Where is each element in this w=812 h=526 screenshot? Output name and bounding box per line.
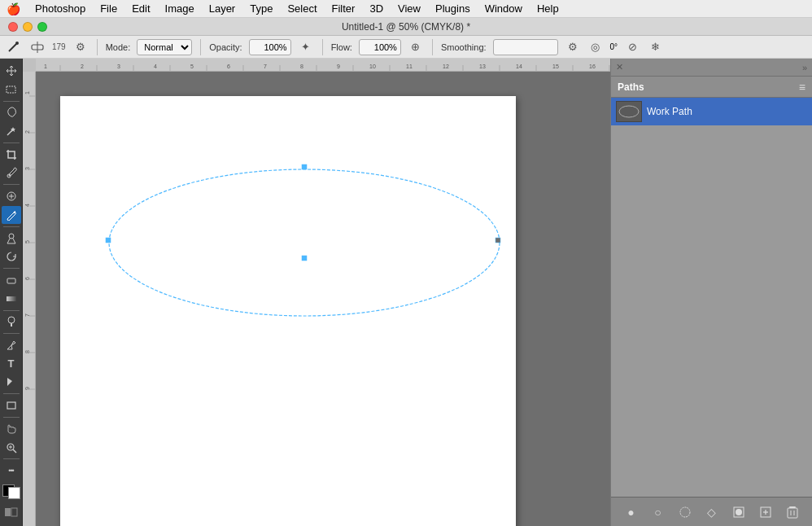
tool-healing[interactable] [2,187,21,205]
tool-history-brush[interactable] [2,248,21,265]
divider-2 [200,39,201,55]
menu-select[interactable]: Select [281,1,323,16]
path-svg [60,96,516,526]
airbrush-icon[interactable]: ✦ [298,39,314,55]
svg-text:10: 10 [369,64,376,69]
menu-type[interactable]: Type [243,1,279,16]
svg-rect-23 [11,508,17,516]
brush-tool-icon[interactable] [7,39,23,55]
maximize-button[interactable] [37,22,47,32]
svg-text:9: 9 [337,64,340,69]
flow-label: Flow: [331,42,352,52]
svg-text:13: 13 [479,64,486,69]
tool-hand[interactable] [2,420,21,438]
svg-text:7: 7 [264,64,267,69]
fill-path-button[interactable]: ● [622,502,641,522]
svg-text:7: 7 [24,313,30,317]
svg-rect-76 [302,256,307,261]
smoothing-settings-icon[interactable]: ⚙ [565,39,581,55]
brush-size-icon[interactable] [29,39,46,55]
title-bar: Untitled-1 @ 50% (CMYK/8) * [0,18,812,36]
svg-rect-4 [7,86,15,93]
paths-panel-collapse-button[interactable]: » [802,63,807,72]
apple-logo: 🍎 [7,2,20,15]
canvas [60,96,516,526]
tool-gradient[interactable] [2,290,21,308]
opacity-input[interactable] [249,39,291,55]
svg-rect-86 [788,508,797,518]
paths-panel: ✕ » Paths ≡ Work Path ● ○ [610,59,812,526]
window-title: Untitled-1 @ 50% (CMYK/8) * [342,21,470,33]
ruler-horizontal: 1 2 3 4 5 6 7 8 9 10 11 12 13 14 15 16 [36,59,610,72]
paths-panel-close-button[interactable]: ✕ [616,62,623,72]
options-bar: 179 ⚙ Mode: Normal Multiply Screen Opaci… [0,36,812,59]
make-work-path-button[interactable]: ◇ [702,502,722,522]
tool-magic-wand[interactable] [2,122,21,140]
toolbar: T ••• [0,59,23,526]
extra1-icon[interactable]: ◎ [587,39,604,55]
ruler-vertical: 1 2 3 4 5 6 7 8 9 [23,72,36,526]
svg-rect-14 [7,296,16,301]
menu-bar: 🍎 Photoshop File Edit Image Layer Type S… [0,0,812,18]
paths-panel-title: Paths [618,81,644,93]
tool-marquee[interactable] [2,81,21,99]
tool-lasso[interactable] [2,103,21,121]
tool-eraser[interactable] [2,271,21,289]
paths-list: Work Path [611,98,812,297]
path-item-work-path[interactable]: Work Path [611,98,812,125]
svg-text:9: 9 [24,387,30,390]
svg-rect-75 [106,238,111,243]
menu-edit[interactable]: Edit [125,1,156,16]
svg-point-11 [9,234,14,239]
menu-view[interactable]: View [391,1,427,16]
menu-help[interactable]: Help [530,1,565,16]
paths-panel-titlebar: ✕ » [611,59,812,77]
tool-clone-stamp[interactable] [2,230,21,248]
svg-text:8: 8 [24,350,30,353]
menu-image[interactable]: Image [159,1,201,16]
load-selection-button[interactable] [675,502,695,522]
svg-text:14: 14 [516,64,522,69]
tool-text[interactable]: T [2,355,21,373]
svg-line-19 [13,449,16,453]
extra3-icon[interactable]: ❄ [647,39,663,55]
menu-plugins[interactable]: Plugins [429,1,477,16]
brush-settings-icon[interactable]: ⚙ [72,39,89,55]
svg-line-0 [9,43,17,51]
menu-layer[interactable]: Layer [203,1,242,16]
svg-text:3: 3 [117,64,120,69]
tool-path-selection[interactable] [2,374,21,392]
tool-eyedropper[interactable] [2,164,21,182]
tool-more[interactable]: ••• [2,462,21,480]
color-picker[interactable] [2,484,20,499]
menu-file[interactable]: File [94,1,124,16]
add-mask-button[interactable] [729,502,749,522]
tool-dodge[interactable] [2,313,21,331]
paths-panel-menu-button[interactable]: ≡ [799,81,805,94]
svg-text:4: 4 [24,204,30,207]
new-path-button[interactable] [756,502,775,522]
svg-rect-78 [495,238,500,243]
tool-move[interactable] [2,62,21,80]
tool-pen[interactable] [2,336,21,354]
tool-quick-mask[interactable] [2,503,21,521]
delete-path-button[interactable] [783,502,802,522]
extra2-icon[interactable]: ⊘ [624,39,640,55]
tool-shapes[interactable] [2,397,21,414]
close-button[interactable] [8,22,18,32]
flow-icon[interactable]: ⊕ [408,39,424,55]
menu-window[interactable]: Window [478,1,529,16]
background-color[interactable] [8,487,20,499]
menu-filter[interactable]: Filter [325,1,362,16]
menu-photoshop[interactable]: Photoshop [28,1,92,16]
svg-point-82 [736,509,742,515]
tool-zoom[interactable] [2,439,21,457]
menu-3d[interactable]: 3D [363,1,390,16]
flow-input[interactable] [359,39,401,55]
minimize-button[interactable] [23,22,33,32]
mode-select[interactable]: Normal Multiply Screen [137,39,192,55]
smoothing-input[interactable] [493,39,558,55]
tool-crop[interactable] [2,146,21,164]
stroke-path-button[interactable]: ○ [648,502,668,522]
tool-brush[interactable] [2,206,21,224]
